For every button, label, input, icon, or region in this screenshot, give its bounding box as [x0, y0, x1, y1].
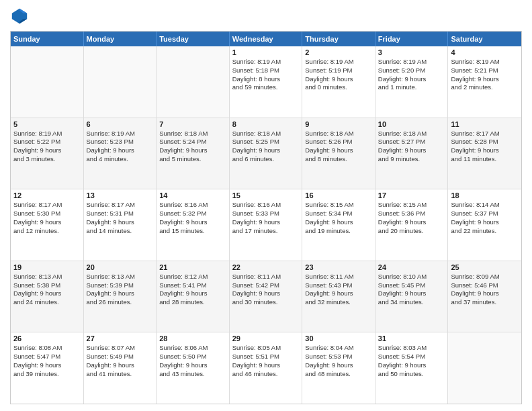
day-number: 30: [305, 334, 372, 342]
calendar-cell: [157, 46, 230, 118]
header-day-sunday: Sunday: [11, 32, 84, 46]
calendar-cell: [11, 46, 84, 118]
day-number: 29: [232, 334, 300, 342]
header-day-friday: Friday: [375, 32, 449, 46]
cell-content: Sunrise: 8:05 AMSunset: 5:51 PMDaylight:…: [232, 344, 300, 378]
day-number: 17: [378, 191, 445, 199]
cell-content: Sunrise: 8:19 AMSunset: 5:19 PMDaylight:…: [305, 58, 372, 92]
day-number: 19: [13, 263, 81, 271]
cell-content: Sunrise: 8:19 AMSunset: 5:20 PMDaylight:…: [378, 58, 445, 92]
calendar-cell: 16Sunrise: 8:15 AMSunset: 5:34 PMDayligh…: [302, 189, 375, 261]
calendar-cell: 2Sunrise: 8:19 AMSunset: 5:19 PMDaylight…: [302, 46, 375, 118]
cell-content: Sunrise: 8:18 AMSunset: 5:26 PMDaylight:…: [305, 130, 372, 164]
calendar: SundayMondayTuesdayWednesdayThursdayFrid…: [10, 31, 522, 404]
day-number: 26: [13, 334, 81, 342]
calendar-cell: 27Sunrise: 8:07 AMSunset: 5:49 PMDayligh…: [84, 332, 157, 404]
cell-content: Sunrise: 8:17 AMSunset: 5:31 PMDaylight:…: [87, 201, 154, 235]
cell-content: Sunrise: 8:13 AMSunset: 5:38 PMDaylight:…: [13, 273, 81, 307]
cell-content: Sunrise: 8:15 AMSunset: 5:36 PMDaylight:…: [378, 201, 445, 235]
day-number: 27: [87, 334, 154, 342]
cell-content: Sunrise: 8:18 AMSunset: 5:24 PMDaylight:…: [159, 130, 226, 164]
day-number: 2: [305, 48, 372, 56]
cell-content: Sunrise: 8:07 AMSunset: 5:49 PMDaylight:…: [87, 344, 154, 378]
calendar-cell: 12Sunrise: 8:17 AMSunset: 5:30 PMDayligh…: [11, 189, 84, 261]
page: SundayMondayTuesdayWednesdayThursdayFrid…: [0, 0, 532, 411]
calendar-cell: 29Sunrise: 8:05 AMSunset: 5:51 PMDayligh…: [230, 332, 303, 404]
calendar-cell: 5Sunrise: 8:19 AMSunset: 5:22 PMDaylight…: [11, 118, 84, 189]
day-number: 8: [232, 120, 300, 128]
cell-content: Sunrise: 8:03 AMSunset: 5:54 PMDaylight:…: [378, 344, 445, 378]
calendar-cell: 30Sunrise: 8:04 AMSunset: 5:53 PMDayligh…: [302, 332, 375, 404]
cell-content: Sunrise: 8:06 AMSunset: 5:50 PMDaylight:…: [159, 344, 226, 378]
calendar-cell: 22Sunrise: 8:11 AMSunset: 5:42 PMDayligh…: [230, 261, 303, 332]
header: [10, 7, 522, 26]
calendar-cell: 10Sunrise: 8:18 AMSunset: 5:27 PMDayligh…: [375, 118, 449, 189]
calendar-cell: 25Sunrise: 8:09 AMSunset: 5:46 PMDayligh…: [448, 261, 521, 332]
day-number: 23: [305, 263, 372, 271]
day-number: 4: [451, 48, 519, 56]
day-number: 5: [13, 120, 81, 128]
calendar-cell: 31Sunrise: 8:03 AMSunset: 5:54 PMDayligh…: [375, 332, 449, 404]
day-number: 1: [232, 48, 300, 56]
cell-content: Sunrise: 8:11 AMSunset: 5:43 PMDaylight:…: [305, 273, 372, 307]
calendar-cell: 23Sunrise: 8:11 AMSunset: 5:43 PMDayligh…: [302, 261, 375, 332]
calendar-row: 26Sunrise: 8:08 AMSunset: 5:47 PMDayligh…: [11, 332, 521, 404]
calendar-cell: 26Sunrise: 8:08 AMSunset: 5:47 PMDayligh…: [11, 332, 84, 404]
cell-content: Sunrise: 8:18 AMSunset: 5:25 PMDaylight:…: [232, 130, 300, 164]
logo: [10, 7, 32, 26]
header-day-thursday: Thursday: [302, 32, 375, 46]
day-number: 25: [451, 263, 519, 271]
calendar-cell: [84, 46, 157, 118]
day-number: 14: [159, 191, 226, 199]
cell-content: Sunrise: 8:17 AMSunset: 5:28 PMDaylight:…: [451, 130, 519, 164]
cell-content: Sunrise: 8:08 AMSunset: 5:47 PMDaylight:…: [13, 344, 81, 378]
calendar-header: SundayMondayTuesdayWednesdayThursdayFrid…: [11, 32, 521, 46]
day-number: 7: [159, 120, 226, 128]
calendar-cell: [448, 332, 521, 404]
cell-content: Sunrise: 8:09 AMSunset: 5:46 PMDaylight:…: [451, 273, 519, 307]
cell-content: Sunrise: 8:19 AMSunset: 5:21 PMDaylight:…: [451, 58, 519, 92]
day-number: 18: [451, 191, 519, 199]
header-day-monday: Monday: [84, 32, 157, 46]
calendar-cell: 14Sunrise: 8:16 AMSunset: 5:32 PMDayligh…: [157, 189, 230, 261]
logo-icon: [10, 7, 29, 26]
calendar-row: 12Sunrise: 8:17 AMSunset: 5:30 PMDayligh…: [11, 189, 521, 261]
cell-content: Sunrise: 8:19 AMSunset: 5:23 PMDaylight:…: [87, 130, 154, 164]
cell-content: Sunrise: 8:12 AMSunset: 5:41 PMDaylight:…: [159, 273, 226, 307]
calendar-cell: 11Sunrise: 8:17 AMSunset: 5:28 PMDayligh…: [448, 118, 521, 189]
calendar-row: 1Sunrise: 8:19 AMSunset: 5:18 PMDaylight…: [11, 46, 521, 118]
calendar-cell: 15Sunrise: 8:16 AMSunset: 5:33 PMDayligh…: [230, 189, 303, 261]
cell-content: Sunrise: 8:16 AMSunset: 5:32 PMDaylight:…: [159, 201, 226, 235]
calendar-cell: 1Sunrise: 8:19 AMSunset: 5:18 PMDaylight…: [230, 46, 303, 118]
calendar-cell: 19Sunrise: 8:13 AMSunset: 5:38 PMDayligh…: [11, 261, 84, 332]
svg-marker-0: [12, 9, 27, 24]
day-number: 28: [159, 334, 226, 342]
cell-content: Sunrise: 8:18 AMSunset: 5:27 PMDaylight:…: [378, 130, 445, 164]
cell-content: Sunrise: 8:19 AMSunset: 5:18 PMDaylight:…: [232, 58, 300, 92]
cell-content: Sunrise: 8:10 AMSunset: 5:45 PMDaylight:…: [378, 273, 445, 307]
header-day-saturday: Saturday: [448, 32, 521, 46]
calendar-cell: 7Sunrise: 8:18 AMSunset: 5:24 PMDaylight…: [157, 118, 230, 189]
day-number: 12: [13, 191, 81, 199]
calendar-cell: 9Sunrise: 8:18 AMSunset: 5:26 PMDaylight…: [302, 118, 375, 189]
day-number: 22: [232, 263, 300, 271]
day-number: 20: [87, 263, 154, 271]
cell-content: Sunrise: 8:13 AMSunset: 5:39 PMDaylight:…: [87, 273, 154, 307]
calendar-cell: 13Sunrise: 8:17 AMSunset: 5:31 PMDayligh…: [84, 189, 157, 261]
calendar-body: 1Sunrise: 8:19 AMSunset: 5:18 PMDaylight…: [11, 46, 521, 404]
calendar-row: 19Sunrise: 8:13 AMSunset: 5:38 PMDayligh…: [11, 261, 521, 333]
day-number: 16: [305, 191, 372, 199]
calendar-cell: 4Sunrise: 8:19 AMSunset: 5:21 PMDaylight…: [448, 46, 521, 118]
calendar-cell: 28Sunrise: 8:06 AMSunset: 5:50 PMDayligh…: [157, 332, 230, 404]
calendar-row: 5Sunrise: 8:19 AMSunset: 5:22 PMDaylight…: [11, 118, 521, 190]
calendar-cell: 8Sunrise: 8:18 AMSunset: 5:25 PMDaylight…: [230, 118, 303, 189]
calendar-cell: 3Sunrise: 8:19 AMSunset: 5:20 PMDaylight…: [375, 46, 449, 118]
calendar-cell: 6Sunrise: 8:19 AMSunset: 5:23 PMDaylight…: [84, 118, 157, 189]
day-number: 15: [232, 191, 300, 199]
cell-content: Sunrise: 8:16 AMSunset: 5:33 PMDaylight:…: [232, 201, 300, 235]
cell-content: Sunrise: 8:11 AMSunset: 5:42 PMDaylight:…: [232, 273, 300, 307]
day-number: 6: [87, 120, 154, 128]
cell-content: Sunrise: 8:19 AMSunset: 5:22 PMDaylight:…: [13, 130, 81, 164]
day-number: 3: [378, 48, 445, 56]
header-day-tuesday: Tuesday: [157, 32, 230, 46]
